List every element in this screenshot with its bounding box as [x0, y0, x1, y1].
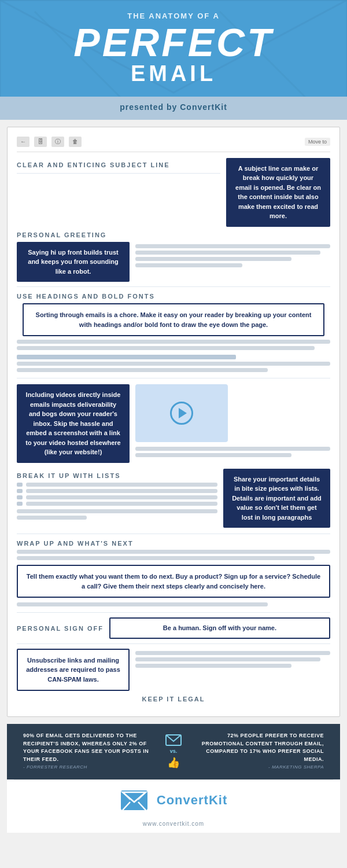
header-title-email: EMAIL: [17, 62, 330, 86]
footer-brand: ConvertKit: [157, 793, 227, 808]
video-placeholder: [135, 384, 228, 442]
header-title-perfect: PERFECT: [17, 23, 330, 62]
lists-tooltip: Share your important details in bite siz…: [223, 469, 330, 528]
header-section: THE ANATOMY OF A PERFECT EMAIL presented…: [0, 0, 347, 120]
stat-right: 72% PEOPLE PREFER TO RECEIVE PROMOTIONAL…: [187, 732, 324, 771]
email-mock: ← 🗄 ⓘ 🗑 Move to CLEAR AND ENTICING SUBJE…: [7, 127, 340, 718]
play-icon: [170, 402, 193, 425]
email-toolbar: ← 🗄 ⓘ 🗑 Move to: [17, 134, 330, 152]
back-button[interactable]: ←: [17, 137, 29, 147]
list-bullet: [17, 495, 23, 499]
brand-name-text: ConvertKit: [157, 793, 227, 807]
stat-right-source: - Marketing Sherpa: [268, 764, 324, 770]
headings-label: USE HEADINGS AND BOLD FONTS: [17, 293, 330, 300]
legal-tooltip-box: Unsubscribe links and mailing addresses …: [17, 649, 130, 692]
legal-row: Unsubscribe links and mailing addresses …: [17, 649, 330, 692]
greeting-tooltip: Saying hi up front builds trust and keep…: [17, 242, 130, 282]
headings-tooltip-box: Sorting through emails is a chore. Make …: [23, 303, 324, 336]
move-to-label: Move to: [305, 138, 330, 146]
stats-content: 90% OF EMAIL GETS DELIVERED TO THE RECIP…: [14, 724, 333, 779]
email-stat-icon: [165, 734, 182, 746]
list-item: [17, 495, 217, 499]
stat-right-text: 72% PEOPLE PREFER TO RECEIVE PROMOTIONAL…: [202, 733, 324, 762]
stat-left: 90% OF EMAIL GETS DELIVERED TO THE RECIP…: [23, 732, 160, 771]
footer-url: www.convertkit.com: [7, 821, 340, 833]
greeting-row: Saying hi up front builds trust and keep…: [17, 242, 330, 282]
archive-button[interactable]: 🗄: [34, 137, 47, 147]
header-subtitle: THE ANATOMY OF A: [17, 12, 330, 20]
lists-content: BREAK IT UP WITH LISTS: [17, 469, 217, 522]
stat-left-source: - Forrester Research: [23, 764, 87, 770]
list-item: [17, 483, 217, 487]
legal-tooltip: Unsubscribe links and mailing addresses …: [17, 649, 130, 692]
wrapup-section: WRAP UP AND WHAT'S NEXT Tell them exactl…: [17, 540, 330, 606]
wrapup-tooltip-box: Tell them exactly what you want them to …: [17, 565, 330, 598]
stat-icons: vs. 👍: [165, 734, 182, 769]
footer: ConvertKit www.convertkit.com: [7, 779, 340, 833]
subject-section: CLEAR AND ENTICING SUBJECT LINE A subjec…: [17, 158, 330, 227]
subject-content: CLEAR AND ENTICING SUBJECT LINE: [17, 158, 220, 178]
headings-section: USE HEADINGS AND BOLD FONTS Sorting thro…: [17, 293, 330, 372]
signoff-section: PERSONAL SIGN OFF Be a human. Sign off w…: [17, 617, 330, 639]
legal-content: [135, 649, 330, 670]
stat-left-text: 90% OF EMAIL GETS DELIVERED TO THE RECIP…: [23, 733, 149, 762]
vs-text: vs.: [170, 748, 178, 754]
info-button[interactable]: ⓘ: [51, 137, 64, 147]
lists-section: BREAK IT UP WITH LISTS: [17, 469, 330, 528]
lists-row: BREAK IT UP WITH LISTS: [17, 469, 330, 528]
subject-label: CLEAR AND ENTICING SUBJECT LINE: [17, 161, 220, 168]
lists-tooltip-box: Share your important details in bite siz…: [223, 469, 330, 528]
legal-label: KEEP IT LEGAL: [17, 696, 330, 703]
subject-tooltip: A subject line can make or break how qui…: [226, 158, 330, 227]
video-tooltip: Including videos directly inside emails …: [17, 384, 130, 463]
play-triangle: [179, 408, 187, 418]
stats-bar: 90% OF EMAIL GETS DELIVERED TO THE RECIP…: [7, 724, 340, 779]
list-items: [17, 483, 217, 506]
video-content: [135, 384, 330, 459]
signoff-tooltip-box: Be a human. Sign off with your name.: [109, 617, 330, 639]
footer-content: ConvertKit: [14, 779, 333, 821]
video-tooltip-box: Including videos directly inside emails …: [17, 384, 130, 463]
thumb-stat-icon: 👍: [167, 756, 180, 769]
greeting-section: PERSONAL GREETING Saying hi up front bui…: [17, 231, 330, 282]
greeting-label: PERSONAL GREETING: [17, 231, 330, 238]
convertkit-logo-icon: [120, 789, 149, 811]
lists-label: BREAK IT UP WITH LISTS: [17, 472, 217, 479]
greeting-lines: [135, 242, 330, 270]
greeting-tooltip-box: Saying hi up front builds trust and keep…: [17, 242, 130, 282]
subject-tooltip-box: A subject line can make or break how qui…: [226, 158, 330, 227]
list-bullet: [17, 483, 23, 487]
header-presented: presented by ConvertKit: [0, 97, 347, 120]
header-content: THE ANATOMY OF A PERFECT EMAIL presented…: [17, 12, 330, 120]
list-item: [17, 502, 217, 506]
list-item: [17, 489, 217, 493]
signoff-label: PERSONAL SIGN OFF: [17, 625, 104, 632]
delete-button[interactable]: 🗑: [69, 137, 82, 147]
footer-brand-name: ConvertKit: [157, 793, 227, 808]
wrapup-label: WRAP UP AND WHAT'S NEXT: [17, 540, 330, 547]
video-section: Including videos directly inside emails …: [17, 384, 330, 463]
list-bullet: [17, 489, 23, 493]
list-bullet: [17, 502, 23, 506]
legal-section: Unsubscribe links and mailing addresses …: [17, 649, 330, 703]
